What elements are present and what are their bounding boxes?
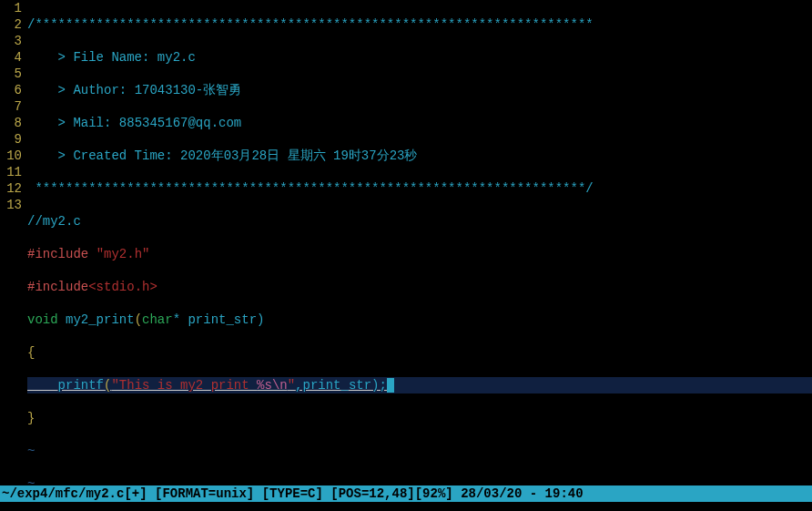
indent <box>27 378 58 393</box>
code-line[interactable]: } <box>27 410 812 426</box>
line-number: 12 <box>0 180 22 197</box>
status-sep: - <box>522 486 544 501</box>
line-number: 4 <box>0 49 22 66</box>
author-name: 17043130-张智勇 <box>135 83 242 97</box>
param-decl: * print_str) <box>173 312 265 327</box>
line-number: 11 <box>0 164 22 180</box>
code-line[interactable]: > Mail: 885345167@qq.com <box>27 115 812 131</box>
type-char: char <box>142 312 173 327</box>
code-line[interactable]: #include "my2.h" <box>27 246 812 262</box>
status-time: 19:40 <box>545 486 584 501</box>
code-line[interactable]: //my2.c <box>27 213 812 230</box>
line-number: 6 <box>0 82 22 98</box>
comment-text: > Author: <box>27 83 135 97</box>
code-line[interactable]: > Author: 17043130-张智勇 <box>27 82 812 98</box>
comment-text: //my2.c <box>27 214 81 229</box>
comment-text: > File Name: <box>27 50 157 65</box>
function-name: my2_print <box>66 312 135 327</box>
include-header: "my2.h" <box>96 247 150 261</box>
status-date: 28/03/20 <box>461 486 522 501</box>
status-modified: [+] <box>124 486 147 501</box>
code-line[interactable]: > Created Time: 2020年03月28日 星期六 19时37分23… <box>27 148 812 164</box>
include-header: <stdio.h> <box>88 280 157 294</box>
comment-text: > Mail: <box>27 116 119 130</box>
code-line[interactable]: #include<stdio.h> <box>27 279 812 295</box>
line-number: 9 <box>0 131 22 148</box>
line-number: 3 <box>0 33 22 49</box>
status-format: [FORMAT=unix] <box>155 486 254 501</box>
line-number: 7 <box>0 98 22 115</box>
code-area[interactable]: 1 2 3 4 5 6 7 8 9 10 11 12 13 /*********… <box>0 0 812 511</box>
line-number: 8 <box>0 115 22 131</box>
code-content[interactable]: /***************************************… <box>27 0 812 511</box>
brace-close: } <box>27 411 35 425</box>
line-number: 13 <box>0 197 22 213</box>
brace-open: { <box>27 345 35 360</box>
line-number-gutter: 1 2 3 4 5 6 7 8 9 10 11 12 13 <box>0 0 27 511</box>
status-pos: [POS=12,48] <box>330 486 414 501</box>
paren-open: ( <box>135 312 142 327</box>
call-printf: printf <box>58 378 104 393</box>
line-number: 1 <box>0 0 22 16</box>
status-pct: [92%] <box>415 486 453 501</box>
comment-text: /***************************************… <box>27 17 594 32</box>
code-line[interactable]: { <box>27 344 812 361</box>
status-bar: ~/exp4/mfc/my2.c[+] [FORMAT=unix] [TYPE=… <box>0 485 812 502</box>
line-number: 5 <box>0 66 22 82</box>
call-args: ,print_str); <box>295 378 387 393</box>
mail-address: 885345167@qq.com <box>119 116 241 130</box>
string-literal: " <box>288 378 295 393</box>
escape-seq: %s\n <box>257 378 288 393</box>
created-time: 2020年03月28日 星期六 19时37分23秒 <box>180 148 417 163</box>
code-line[interactable]: void my2_print(char* print_str) <box>27 312 812 328</box>
code-line[interactable]: ****************************************… <box>27 180 812 197</box>
code-line[interactable]: > File Name: my2.c <box>27 49 812 66</box>
preproc-include: #include <box>27 280 88 294</box>
code-line[interactable]: /***************************************… <box>27 16 812 33</box>
preproc-include: #include <box>27 247 96 261</box>
status-type: [TYPE=C] <box>262 486 323 501</box>
vim-editor[interactable]: 1 2 3 4 5 6 7 8 9 10 11 12 13 /*********… <box>0 0 812 511</box>
status-path: ~/exp4/mfc/my2.c <box>2 486 124 501</box>
line-number: 10 <box>0 148 22 164</box>
string-literal: "This is my2 print <box>111 378 257 393</box>
file-name: my2.c <box>157 50 196 65</box>
comment-text: > Created Time: <box>27 148 180 163</box>
type-void: void <box>27 312 66 327</box>
comment-text: ****************************************… <box>27 181 594 196</box>
current-line[interactable]: printf("This is my2 print %s\n",print_st… <box>27 377 812 393</box>
cursor <box>387 378 394 393</box>
empty-line-marker: ~ <box>27 443 812 459</box>
line-number: 2 <box>0 16 22 33</box>
